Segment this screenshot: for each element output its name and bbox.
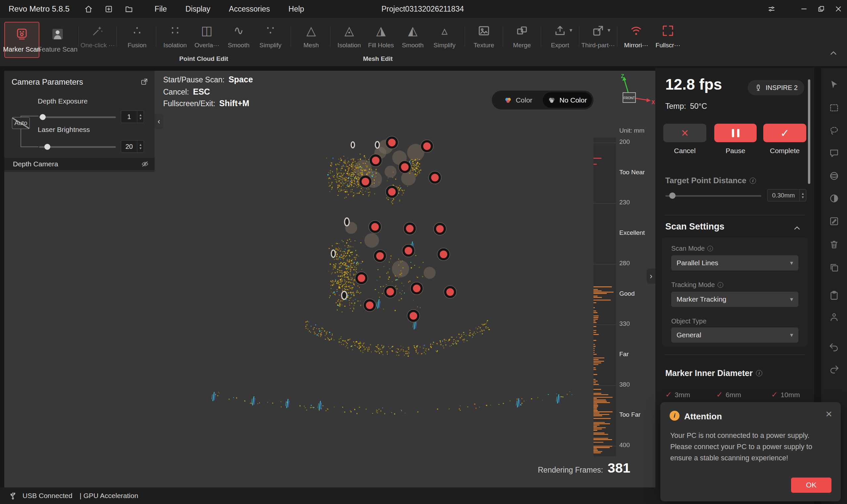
object-type-value: General bbox=[676, 331, 702, 339]
close-button[interactable] bbox=[830, 0, 847, 18]
slider-handle[interactable] bbox=[40, 114, 46, 120]
depth-camera-row[interactable]: Depth Camera bbox=[4, 158, 155, 170]
camera-panel-collapse[interactable]: ‹ bbox=[155, 114, 163, 129]
pause-scan-button[interactable] bbox=[714, 124, 757, 142]
lasso-icon[interactable] bbox=[829, 125, 840, 136]
contrast-icon[interactable] bbox=[829, 193, 840, 204]
close-icon[interactable]: × bbox=[826, 408, 832, 420]
marker-diameter-10mm[interactable]: ✓10mm bbox=[771, 390, 800, 399]
minimize-button[interactable] bbox=[795, 0, 813, 18]
target-point-distance-stepper[interactable]: 0.30mm ▴▾ bbox=[767, 189, 806, 201]
mesh-simplify-icon: ▵ bbox=[442, 23, 448, 38]
laser-brightness-stepper[interactable]: 20 ▴▾ bbox=[121, 140, 144, 153]
select-icon[interactable] bbox=[829, 79, 840, 90]
menu-help[interactable]: Help bbox=[289, 5, 304, 14]
ribbon-separator bbox=[541, 26, 541, 47]
stepper-arrows-icon[interactable]: ▴▾ bbox=[137, 111, 144, 123]
menu-display[interactable]: Display bbox=[185, 5, 210, 14]
menu-accessories[interactable]: Accessories bbox=[229, 5, 270, 14]
info-icon[interactable]: i bbox=[718, 282, 723, 288]
info-icon[interactable]: i bbox=[707, 246, 713, 251]
menu-file[interactable]: File bbox=[155, 5, 167, 14]
tool-mirroring[interactable]: Mirrori··· bbox=[621, 23, 652, 49]
delete-icon[interactable] bbox=[829, 239, 840, 250]
tool-one-click[interactable]: One-click ··· bbox=[82, 23, 113, 49]
temp-label: Temp: bbox=[665, 102, 686, 111]
depth-tick: 400 bbox=[619, 442, 630, 449]
color-option[interactable]: Color bbox=[494, 92, 543, 108]
slider-handle[interactable] bbox=[44, 144, 50, 150]
depth-tick: 230 bbox=[619, 199, 630, 206]
rect-select-icon[interactable] bbox=[829, 103, 840, 113]
info-icon[interactable]: i bbox=[756, 370, 762, 376]
gray-dots-icon bbox=[548, 96, 556, 105]
scan-mode-label: Scan Modei bbox=[671, 245, 713, 252]
camera-parameters-panel: Camera Parameters Depth Exposure 1 ▴▾ La… bbox=[4, 71, 155, 172]
no-color-option[interactable]: No Color bbox=[543, 92, 592, 108]
ok-button[interactable]: OK bbox=[791, 478, 831, 493]
tool-label: Simplify bbox=[259, 42, 282, 49]
tool-third-party[interactable]: ▾Third-part··· bbox=[583, 23, 613, 49]
undo-icon[interactable] bbox=[829, 342, 840, 352]
new-project-icon[interactable] bbox=[104, 5, 113, 14]
tool-merge[interactable]: Merge bbox=[506, 23, 537, 49]
slider-handle[interactable] bbox=[669, 193, 676, 199]
panel-scrollbar[interactable] bbox=[808, 79, 810, 184]
home-icon[interactable] bbox=[84, 5, 93, 14]
right-panel-expander[interactable]: › bbox=[647, 269, 655, 284]
complete-label: Complete bbox=[763, 147, 806, 155]
fullscreen-icon bbox=[661, 23, 675, 38]
marker-diameter-3mm[interactable]: ✓3mm bbox=[665, 390, 690, 399]
stepper-arrows-icon[interactable]: ▴▾ bbox=[137, 141, 144, 152]
depth-exposure-slider[interactable] bbox=[39, 114, 116, 120]
marker-diameter-label: 3mm bbox=[675, 391, 690, 399]
hint-label: Fullscreen/Exit: bbox=[163, 99, 215, 108]
copy-icon[interactable] bbox=[829, 262, 840, 273]
attention-dialog: i Attention × Your PC is not connected t… bbox=[660, 402, 841, 501]
tool-texture[interactable]: Texture bbox=[468, 23, 499, 49]
laser-brightness-slider[interactable] bbox=[39, 144, 116, 150]
stepper-arrows-icon[interactable]: ▴▾ bbox=[799, 190, 806, 201]
device-badge[interactable]: INSPIRE 2 bbox=[748, 80, 804, 95]
ribbon-separator bbox=[330, 26, 330, 47]
open-folder-icon[interactable] bbox=[124, 5, 133, 14]
scan-mode-dropdown[interactable]: Parallel Lines ▾ bbox=[671, 255, 798, 271]
tool-marker-scan[interactable]: Marker Scan bbox=[4, 22, 39, 58]
note-icon[interactable] bbox=[829, 216, 840, 227]
tool-label: Overla··· bbox=[195, 42, 220, 49]
texture-icon bbox=[477, 23, 491, 38]
restore-button[interactable] bbox=[813, 0, 830, 18]
object-type-dropdown[interactable]: General ▾ bbox=[671, 327, 798, 343]
tool-export[interactable]: ▾Export bbox=[544, 23, 575, 49]
comment-icon[interactable] bbox=[829, 148, 840, 158]
laser-brightness-label: Laser Brightness bbox=[38, 126, 90, 133]
warning-info-icon: i bbox=[670, 411, 679, 421]
depth-exposure-value: 1 bbox=[121, 113, 137, 121]
popout-icon[interactable] bbox=[140, 77, 149, 86]
preferences-icon[interactable] bbox=[763, 0, 780, 18]
hint-label: Cancel: bbox=[163, 88, 189, 96]
chevron-up-icon[interactable] bbox=[792, 223, 802, 233]
clipboard-icon[interactable] bbox=[829, 290, 840, 301]
notification-body: Your PC is not connected to a power supp… bbox=[670, 430, 829, 464]
redo-icon[interactable] bbox=[829, 364, 840, 374]
sphere-icon[interactable] bbox=[829, 170, 840, 181]
ribbon-collapse-icon[interactable] bbox=[828, 48, 839, 58]
pause-label: Pause bbox=[714, 147, 757, 155]
tracking-mode-dropdown[interactable]: Marker Tracking ▾ bbox=[671, 292, 798, 307]
fill-holes-icon: ◮ bbox=[376, 23, 385, 38]
eye-off-icon[interactable] bbox=[141, 160, 149, 168]
laser-brightness-value: 20 bbox=[121, 143, 137, 150]
tool-fullscreen[interactable]: Fullscr··· bbox=[652, 23, 684, 49]
usb-status: USB Connected bbox=[22, 492, 72, 500]
auto-exposure-toggle[interactable]: Auto bbox=[12, 117, 30, 129]
tool-feature-scan[interactable]: Feature Scan bbox=[40, 22, 75, 58]
info-icon[interactable]: i bbox=[750, 178, 756, 184]
chevron-down-icon: ▾ bbox=[790, 331, 793, 339]
marker-diameter-6mm[interactable]: ✓6mm bbox=[716, 390, 741, 399]
cancel-scan-button[interactable]: × bbox=[663, 124, 706, 142]
depth-exposure-stepper[interactable]: 1 ▴▾ bbox=[121, 110, 144, 123]
depth-tick: 280 bbox=[619, 259, 630, 267]
measure-icon[interactable] bbox=[829, 312, 840, 322]
complete-scan-button[interactable]: ✓ bbox=[763, 124, 806, 142]
